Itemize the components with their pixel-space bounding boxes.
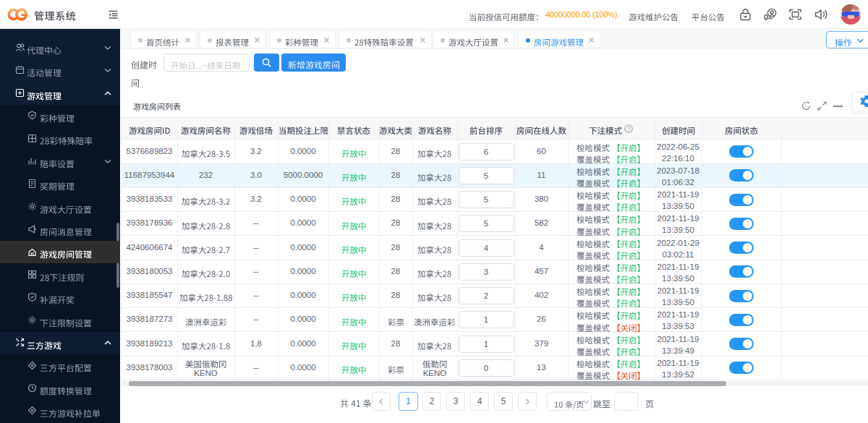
svg-text:?: ?: [627, 126, 631, 132]
